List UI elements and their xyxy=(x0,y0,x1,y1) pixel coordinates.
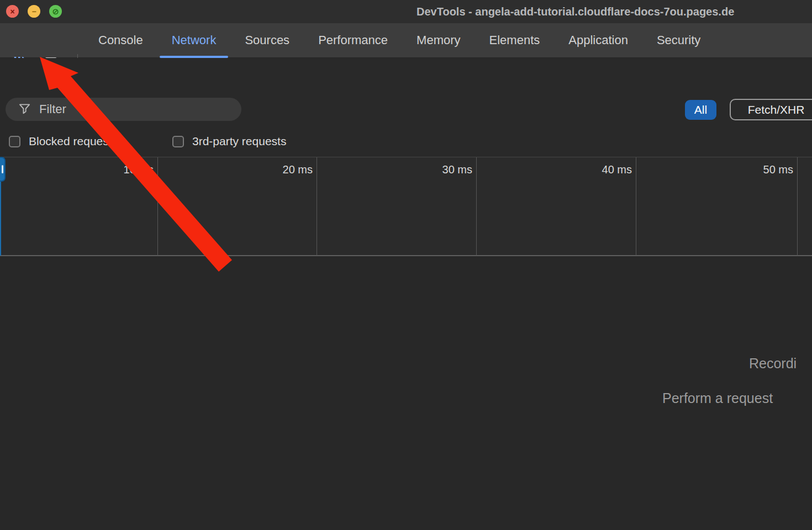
empty-state-line1: Recordi xyxy=(749,356,797,372)
window-title: DevTools - angela-add-tutorial.cloudflar… xyxy=(416,0,734,23)
devtools-tab-bar: Console Network Sources Performance Memo… xyxy=(0,23,812,58)
checkbox-box xyxy=(172,136,184,147)
devtools-window: × − ⊘ DevTools - angela-add-tutorial.clo… xyxy=(0,0,812,530)
request-type-fetch-xhr-button[interactable]: Fetch/XHR xyxy=(730,99,812,120)
timeline-gridline xyxy=(317,157,317,256)
timeline-gridline xyxy=(636,157,636,256)
request-type-all-button[interactable]: All xyxy=(685,100,716,120)
tab-network[interactable]: Network xyxy=(157,23,231,58)
third-party-requests-checkbox[interactable]: 3rd-party requests xyxy=(172,130,286,153)
traffic-lights: × − ⊘ xyxy=(6,5,62,18)
title-bar: × − ⊘ DevTools - angela-add-tutorial.clo… xyxy=(0,0,812,23)
tab-console[interactable]: Console xyxy=(84,23,157,58)
tab-security[interactable]: Security xyxy=(642,23,715,58)
zoom-window-button[interactable]: ⊘ xyxy=(49,5,62,18)
panel-tabs: Console Network Sources Performance Memo… xyxy=(84,23,715,58)
filter-input[interactable] xyxy=(39,102,222,116)
network-toolbar: Preserve log Disable cache No throttling xyxy=(0,58,812,93)
tab-sources[interactable]: Sources xyxy=(230,23,304,58)
close-window-button[interactable]: × xyxy=(6,5,19,18)
timeline-gridline xyxy=(157,157,158,256)
timeline-gridline xyxy=(797,157,798,256)
drag-handle-grip xyxy=(2,165,3,173)
minimize-window-button[interactable]: − xyxy=(28,5,40,18)
checkbox-box xyxy=(9,136,20,147)
timeline-tick: 10 ms xyxy=(0,162,154,177)
timeline-tick: 20 ms xyxy=(158,162,313,177)
tab-application[interactable]: Application xyxy=(554,23,642,58)
network-filter-bar-row2: Blocked requests 3rd-party requests xyxy=(0,126,812,157)
tab-elements[interactable]: Elements xyxy=(475,23,555,58)
tab-performance[interactable]: Performance xyxy=(304,23,402,58)
tab-memory[interactable]: Memory xyxy=(402,23,474,58)
network-overview-timeline[interactable]: 10 ms 20 ms 30 ms 40 ms 50 ms xyxy=(0,157,812,256)
empty-state-line2: Perform a request xyxy=(662,390,773,406)
timeline-tick: 40 ms xyxy=(477,162,632,177)
filter-input-pill xyxy=(6,98,241,121)
third-party-requests-label: 3rd-party requests xyxy=(192,135,286,148)
blocked-requests-checkbox[interactable]: Blocked requests xyxy=(9,130,118,153)
timeline-tick: 30 ms xyxy=(317,162,472,177)
timeline-tick: 50 ms xyxy=(636,162,793,177)
overview-selection-line xyxy=(0,182,1,256)
filter-funnel-outline-icon xyxy=(6,103,31,115)
timeline-gridline xyxy=(476,157,477,256)
network-log-empty-panel: Recordi Perform a request xyxy=(0,257,812,530)
network-filter-bar: Invert Hide data URLs Hide extension URL… xyxy=(0,93,812,126)
blocked-requests-label: Blocked requests xyxy=(29,135,118,148)
overview-drag-handle[interactable] xyxy=(0,157,6,182)
